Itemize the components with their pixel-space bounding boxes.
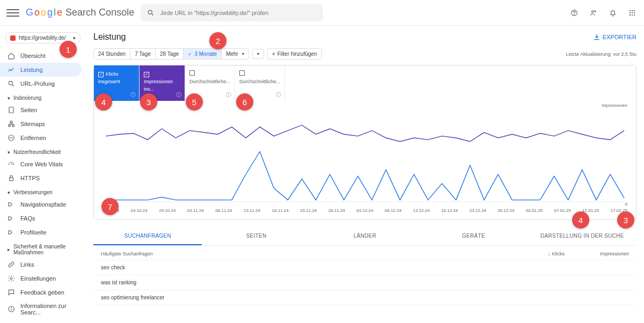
sidebar-item-removals[interactable]: Entfernen: [0, 131, 82, 145]
date-pill[interactable]: 7 Tage: [130, 49, 156, 59]
search-icon: [146, 8, 156, 18]
svg-point-25: [10, 277, 12, 280]
filter-chip[interactable]: ▾: [252, 49, 264, 59]
footer-links: Datenschutz Nutzungsbedingungen: [0, 319, 86, 323]
svg-point-0: [149, 10, 152, 14]
sidebar-item-profile[interactable]: Profilseite: [0, 225, 82, 239]
sidebar-item-performance[interactable]: Leistung: [0, 63, 82, 77]
logo: Google Search Console: [26, 7, 134, 18]
y-axis-zero: 0: [625, 202, 627, 207]
sidebar-item-feedback[interactable]: Feedback geben: [0, 285, 82, 299]
page-title: Leistung: [93, 32, 126, 42]
svg-rect-18: [10, 121, 12, 123]
date-pill[interactable]: ✓3 Monate: [184, 49, 222, 59]
table-row[interactable]: was ist ranking: [93, 275, 636, 290]
date-pill[interactable]: Mehr▾: [222, 49, 248, 59]
page-icon: [8, 106, 15, 114]
data-tab[interactable]: GERÄTE: [419, 227, 528, 245]
metric-tab[interactable]: Durchschnittliche...ⓘ: [185, 65, 235, 101]
svg-line-1: [152, 13, 153, 15]
svg-point-10: [632, 12, 633, 13]
help-icon[interactable]: [569, 8, 580, 18]
home-icon: [8, 52, 15, 60]
chevron-down-icon: ▾: [73, 35, 76, 41]
y-axis-label: Impressionen: [602, 103, 627, 108]
date-range-pills: 24 Stunden7 Tage28 Tage✓3 MonateMehr▾: [93, 48, 249, 60]
table-row[interactable]: seo optimierung freelancer: [93, 290, 636, 305]
sidebar-item-pages[interactable]: Seiten: [0, 103, 82, 117]
sitemap-icon: [8, 120, 15, 128]
sidebar-item-url-inspection[interactable]: URL-Prüfung: [0, 77, 82, 91]
url-search-box[interactable]: [141, 4, 323, 21]
people-icon[interactable]: [588, 8, 599, 18]
data-tab[interactable]: SUCHANFRAGEN: [93, 227, 202, 245]
hamburger-menu-icon[interactable]: [6, 6, 19, 19]
info-icon: [8, 305, 15, 313]
sidebar-section-experience[interactable]: ▾Nutzerfreundlichkeit: [0, 145, 86, 157]
performance-chart: Impressionen 19.10.2424.10.2429.10.2403.…: [94, 101, 636, 219]
chevron-down-icon: ▾: [257, 52, 259, 56]
export-button[interactable]: EXPORTIER: [593, 33, 636, 41]
sidebar-item-overview[interactable]: Übersicht: [0, 49, 82, 63]
lock-icon: [8, 174, 15, 182]
sidebar-item-cwv[interactable]: Core Web Vitals: [0, 157, 82, 171]
table-row[interactable]: seo check: [93, 260, 636, 275]
svg-point-12: [630, 14, 631, 15]
search-icon: [8, 80, 15, 87]
svg-point-15: [9, 81, 12, 85]
sidebar-section-indexing[interactable]: ▾Indexierung: [0, 91, 86, 103]
info-icon: ⓘ: [176, 91, 181, 99]
metric-tabs: ✓Klicks insgesamtⓘ✓Impressionen ins...ⓘD…: [94, 65, 636, 101]
svg-line-16: [12, 85, 14, 86]
remove-icon: [8, 134, 15, 142]
svg-point-4: [592, 10, 594, 12]
sidebar-item-faqs[interactable]: FAQs: [0, 211, 82, 225]
feedback-icon: [8, 289, 15, 296]
svg-rect-17: [9, 107, 13, 113]
metric-tab[interactable]: ✓Impressionen ins...ⓘ: [140, 65, 185, 101]
property-selector[interactable]: https://growbility.de/ ▾: [5, 32, 80, 43]
th-impressions[interactable]: Impressionen: [586, 251, 629, 256]
date-pill[interactable]: 24 Stunden: [94, 49, 130, 59]
sidebar-section-security[interactable]: ▸Sicherheit & manuelle Maßnahmen: [0, 239, 86, 258]
trend-icon: [8, 66, 15, 74]
svg-point-14: [634, 14, 635, 15]
main-content: Leistung EXPORTIER 24 Stunden7 Tage28 Ta…: [86, 26, 644, 323]
data-tab[interactable]: DARSTELLUNG IN DER SUCHE: [528, 227, 636, 245]
th-queries: Häufigste Suchanfragen: [101, 251, 522, 256]
svg-point-5: [595, 10, 596, 11]
bell-icon[interactable]: [608, 8, 618, 18]
svg-rect-20: [12, 125, 14, 127]
sidebar-item-https[interactable]: HTTPS: [0, 171, 82, 185]
th-clicks[interactable]: ↓Klicks: [522, 251, 565, 256]
sidebar-item-settings[interactable]: Einstellungen: [0, 271, 82, 285]
svg-point-28: [11, 307, 12, 308]
gear-icon: [8, 275, 15, 282]
sidebar-item-sitemaps[interactable]: Sitemaps: [0, 117, 82, 131]
svg-rect-19: [9, 125, 11, 127]
tag-icon: [8, 215, 15, 222]
info-icon: ⓘ: [226, 91, 231, 99]
add-filter-button[interactable]: +Filter hinzufügen: [267, 48, 322, 60]
info-icon: ⓘ: [276, 91, 281, 99]
tag-icon: [8, 201, 15, 208]
svg-point-6: [630, 10, 631, 11]
svg-point-11: [634, 12, 635, 13]
url-search-input[interactable]: [160, 10, 318, 16]
data-tab[interactable]: SEITEN: [202, 227, 310, 245]
svg-point-7: [632, 10, 633, 11]
apps-grid-icon[interactable]: [627, 8, 638, 18]
data-tab[interactable]: LÄNDER: [311, 227, 419, 245]
sidebar-item-about[interactable]: Informationen zur Searc...: [0, 299, 82, 319]
sidebar-item-links[interactable]: Links: [0, 258, 82, 271]
sidebar-section-enhancements[interactable]: ▾Verbesserungen: [0, 185, 86, 197]
data-tabs: SUCHANFRAGENSEITENLÄNDERGERÄTEDARSTELLUN…: [93, 227, 636, 246]
sidebar-item-breadcrumbs[interactable]: Navigationspfade: [0, 197, 82, 211]
svg-line-23: [11, 164, 12, 165]
date-pill[interactable]: 28 Tage: [156, 49, 184, 59]
svg-point-8: [634, 10, 635, 11]
link-icon: [8, 261, 15, 268]
svg-point-9: [630, 12, 631, 13]
metric-tab[interactable]: Durchschnittliche...ⓘ: [235, 65, 285, 101]
metric-tab[interactable]: ✓Klicks insgesamtⓘ: [94, 65, 140, 101]
